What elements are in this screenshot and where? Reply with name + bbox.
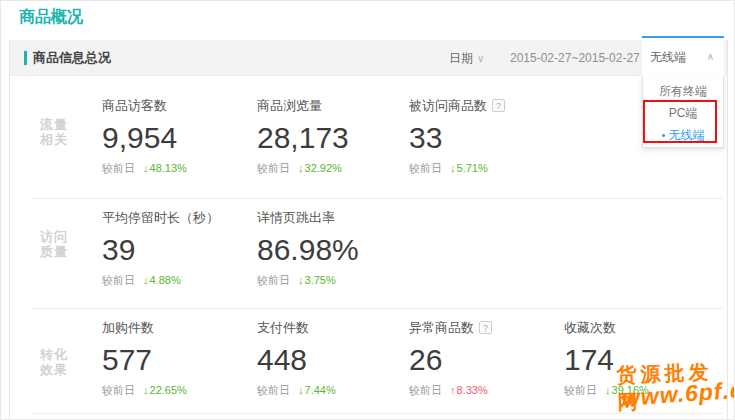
compare-label: 较前日 [409,162,442,174]
terminal-select[interactable]: 无线端 ∧ [642,36,724,76]
dropdown-option-all-terminals[interactable]: 所有终端 [643,80,723,102]
help-icon[interactable]: ? [492,99,505,112]
metric-change: 较前日 ↓32.92% [257,161,349,176]
change-percent: 4.88% [150,274,181,286]
metric-label: 被访问商品数 [409,98,487,113]
change-percent: 7.44% [305,384,336,396]
metric-visited-products: 被访问商品数? 33 较前日 ↓5.71% [409,98,505,176]
group-label-visit-quality: 访问 质量 [40,229,68,259]
metric-label: 收藏次数 [564,320,649,335]
compare-label: 较前日 [257,162,290,174]
compare-label: 较前日 [102,274,135,286]
metric-change: 较前日 ↑8.33% [409,383,492,398]
metric-value: 86.98% [257,233,359,266]
trend-down-icon: ↓ [143,274,149,286]
metric-detail-bounce-rate: 详情页跳出率 86.98% 较前日 ↓3.75% [257,210,359,288]
metric-label: 商品访客数 [102,98,187,113]
metric-value: 26 [409,343,492,376]
metric-label: 支付件数 [257,320,336,335]
metric-change: 较前日 ↓7.44% [257,383,336,398]
metric-value: 39 [102,233,219,266]
trend-down-icon: ↓ [298,384,304,396]
date-filter[interactable]: 日期∨ [449,41,484,76]
metric-label: 详情页跳出率 [257,210,359,225]
change-percent: 3.75% [305,274,336,286]
compare-label: 较前日 [409,384,442,396]
metric-label: 商品浏览量 [257,98,349,113]
compare-label: 较前日 [102,162,135,174]
chevron-down-icon: ∨ [477,53,484,64]
chevron-up-icon: ∧ [707,38,714,76]
metric-change: 较前日 ↓5.71% [409,161,505,176]
group-label-traffic: 流量 相关 [40,117,68,147]
page-title: 商品概况 [19,7,83,28]
trend-down-icon: ↓ [143,384,149,396]
trend-down-icon: ↓ [298,274,304,286]
accent-bar [24,51,27,65]
metric-value: 28,173 [257,121,349,154]
change-percent: 8.33% [457,384,488,396]
metric-avg-stay-time: 平均停留时长（秒） 39 较前日 ↓4.88% [102,210,219,288]
metric-paid-items: 支付件数 448 较前日 ↓7.44% [257,320,336,398]
metric-product-visitors: 商品访客数 9,954 较前日 ↓48.13% [102,98,187,176]
annotation-box [643,100,717,143]
metric-label: 异常商品数 [409,320,474,335]
metric-label: 平均停留时长（秒） [102,210,219,225]
metric-change: 较前日 ↓4.88% [102,273,219,288]
compare-label: 较前日 [564,384,597,396]
help-icon[interactable]: ? [479,321,492,334]
metric-value: 9,954 [102,121,187,154]
change-percent: 48.13% [150,162,187,174]
trend-down-icon: ↓ [298,162,304,174]
row-divider [32,308,723,309]
metric-value: 33 [409,121,505,154]
metric-change: 较前日 ↓3.75% [257,273,359,288]
metric-change: 较前日 ↓48.13% [102,161,187,176]
metric-value: 577 [102,343,187,376]
metric-label: 加购件数 [102,320,187,335]
terminal-select-value: 无线端 [650,50,686,64]
metric-cart-adds: 加购件数 577 较前日 ↓22.65% [102,320,187,398]
metric-value: 448 [257,343,336,376]
date-filter-label: 日期 [449,51,473,65]
product-overview-page: 商品概况 商品信息总况 流量 相关 访问 质量 转化 效果 商品访客数 9,95… [0,0,735,420]
change-percent: 32.92% [305,162,342,174]
panel-title: 商品信息总况 [33,40,111,76]
compare-label: 较前日 [102,384,135,396]
compare-label: 较前日 [257,384,290,396]
group-label-conversion: 转化 效果 [40,347,68,377]
trend-up-icon: ↑ [450,384,456,396]
trend-down-icon: ↓ [450,162,456,174]
metric-abnormal-products: 异常商品数? 26 较前日 ↑8.33% [409,320,492,398]
change-percent: 22.65% [150,384,187,396]
change-percent: 5.71% [457,162,488,174]
row-divider [32,198,723,199]
date-range[interactable]: 2015-02-27~2015-02-27 [510,41,640,76]
trend-down-icon: ↓ [605,384,611,396]
compare-label: 较前日 [257,274,290,286]
metric-change: 较前日 ↓22.65% [102,383,187,398]
trend-down-icon: ↓ [143,162,149,174]
metric-product-pageviews: 商品浏览量 28,173 较前日 ↓32.92% [257,98,349,176]
